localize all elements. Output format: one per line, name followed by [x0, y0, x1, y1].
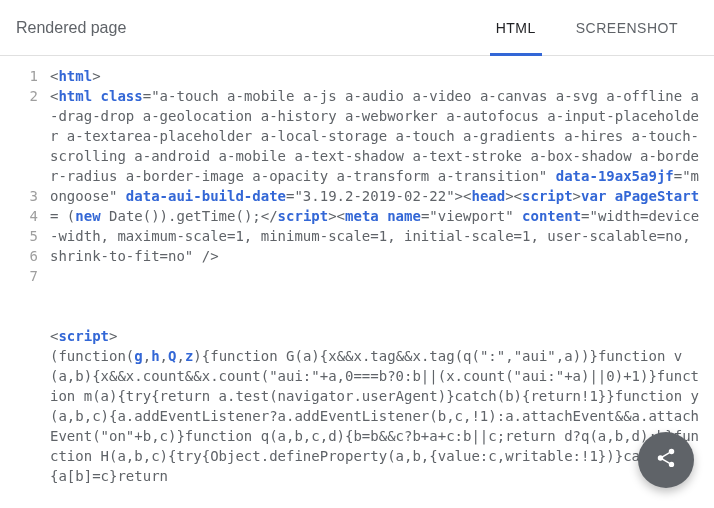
- code-line: <script>: [50, 328, 117, 344]
- code-line: <html>: [50, 68, 101, 84]
- page-title: Rendered page: [16, 19, 126, 37]
- tab-label: HTML: [496, 20, 536, 36]
- line-number: 4: [0, 206, 38, 226]
- line-number: 1: [0, 66, 38, 86]
- tab-screenshot[interactable]: SCREENSHOT: [556, 0, 698, 55]
- header-bar: Rendered page HTML SCREENSHOT: [0, 0, 714, 56]
- line-number: 7: [0, 266, 38, 426]
- tab-strip: HTML SCREENSHOT: [476, 0, 698, 55]
- code-line: <html class="a-touch a-mobile a-js a-aud…: [50, 88, 708, 264]
- line-number: 2: [0, 86, 38, 186]
- share-button[interactable]: [638, 432, 694, 488]
- tab-label: SCREENSHOT: [576, 20, 678, 36]
- share-icon: [655, 447, 677, 473]
- line-number: 6: [0, 246, 38, 266]
- code-content[interactable]: <html> <html class="a-touch a-mobile a-j…: [48, 56, 714, 508]
- tab-html[interactable]: HTML: [476, 0, 556, 55]
- line-gutter: 1 2 3 4 5 6 7: [0, 56, 48, 508]
- line-number: 3: [0, 186, 38, 206]
- code-line: (function(g,h,Q,z){function G(a){x&&x.ta…: [50, 348, 699, 484]
- code-viewer: 1 2 3 4 5 6 7 <html> <html class="a-touc…: [0, 56, 714, 508]
- line-number: 5: [0, 226, 38, 246]
